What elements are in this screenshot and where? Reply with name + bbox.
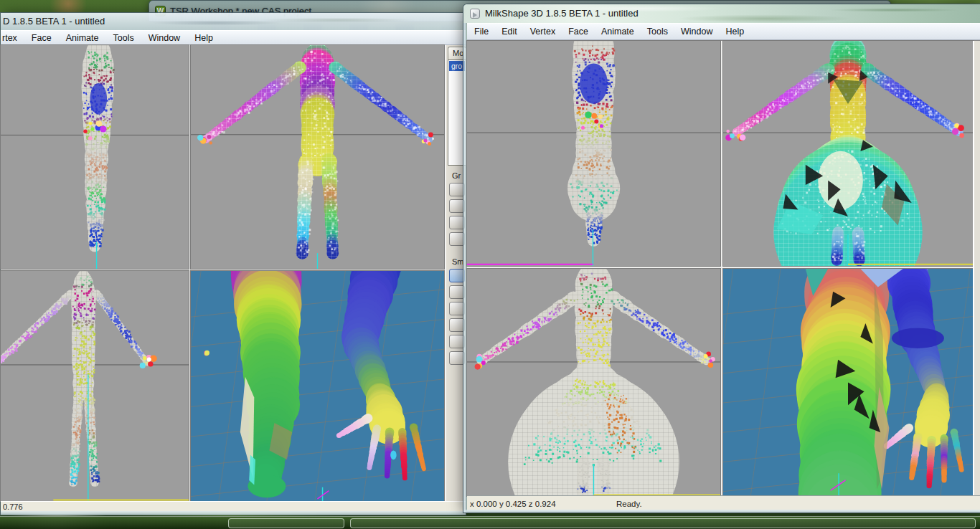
taskbar-button[interactable] — [228, 518, 344, 528]
back-window-bottom-edge — [1, 511, 466, 515]
back-window-title: D 1.8.5 BETA 1 - untitled — [3, 16, 105, 27]
back-menubar: rtexFaceAnimateToolsWindowHelp — [1, 30, 466, 45]
menu-item-window[interactable]: Window — [674, 27, 719, 37]
menu-item-window[interactable]: Window — [141, 33, 187, 43]
milkshape-front-window[interactable]: MilkShape 3D 1.8.5 BETA 1 - untitled Fil… — [463, 4, 980, 513]
front-client-area — [467, 40, 980, 495]
menu-item-file[interactable]: File — [467, 27, 495, 37]
back-viewport-bottom-left[interactable] — [1, 271, 189, 501]
viewport-canvas — [191, 45, 444, 269]
menu-item-edit[interactable]: Edit — [495, 27, 524, 37]
menu-item-tools[interactable]: Tools — [106, 33, 141, 43]
groups-section-label: Gr — [452, 171, 461, 180]
front-viewport-top-right[interactable] — [723, 41, 973, 266]
viewport-canvas — [723, 269, 973, 496]
status-message: Ready. — [611, 500, 642, 508]
viewport-canvas — [467, 41, 720, 266]
menu-item-vertex[interactable]: Vertex — [524, 27, 562, 37]
menu-item-face[interactable]: Face — [562, 27, 595, 37]
front-viewport-top-left[interactable] — [467, 41, 720, 266]
back-viewport-bottom-right[interactable] — [191, 271, 444, 501]
menu-item-tools[interactable]: Tools — [641, 27, 674, 37]
menu-item-help[interactable]: Help — [187, 33, 220, 43]
back-titlebar[interactable]: D 1.8.5 BETA 1 - untitled — [1, 13, 466, 30]
milkshape-back-window[interactable]: D 1.8.5 BETA 1 - untitled rtexFaceAnimat… — [0, 12, 466, 515]
status-coordinates: x 0.000 y 0.425 z 0.924 — [467, 500, 611, 508]
front-window-bottom-edge — [463, 510, 980, 513]
front-statusbar: x 0.000 y 0.425 z 0.924 Ready. — [467, 495, 980, 511]
back-status-value: 0.776 — [1, 502, 23, 511]
menu-item-animate[interactable]: Animate — [595, 27, 641, 37]
back-client-area: Mo gro Gr Sm — [1, 45, 466, 501]
front-titlebar[interactable]: MilkShape 3D 1.8.5 BETA 1 - untitled — [463, 4, 980, 23]
back-viewport-top-right[interactable] — [191, 45, 444, 269]
menu-item-face[interactable]: Face — [24, 33, 59, 43]
front-side-panel-sliver — [973, 41, 980, 496]
front-menubar: FileEditVertexFaceAnimateToolsWindowHelp — [467, 23, 980, 40]
viewport-canvas — [1, 45, 189, 269]
viewport-canvas — [467, 269, 720, 496]
taskbar-button[interactable] — [350, 518, 976, 528]
menu-item-help[interactable]: Help — [719, 27, 750, 37]
menu-item-rtex[interactable]: rtex — [1, 33, 24, 43]
front-window-title: MilkShape 3D 1.8.5 BETA 1 - untitled — [485, 8, 639, 19]
menu-item-animate[interactable]: Animate — [59, 33, 106, 43]
viewport-canvas — [191, 271, 444, 501]
front-viewport-bottom-right[interactable] — [723, 269, 973, 496]
milkshape-app-icon — [470, 9, 480, 19]
front-viewport-bottom-left[interactable] — [467, 269, 720, 496]
back-viewport-top-left[interactable] — [1, 45, 189, 269]
viewport-canvas — [1, 271, 189, 501]
taskbar[interactable] — [0, 516, 980, 529]
viewport-canvas — [723, 41, 973, 266]
